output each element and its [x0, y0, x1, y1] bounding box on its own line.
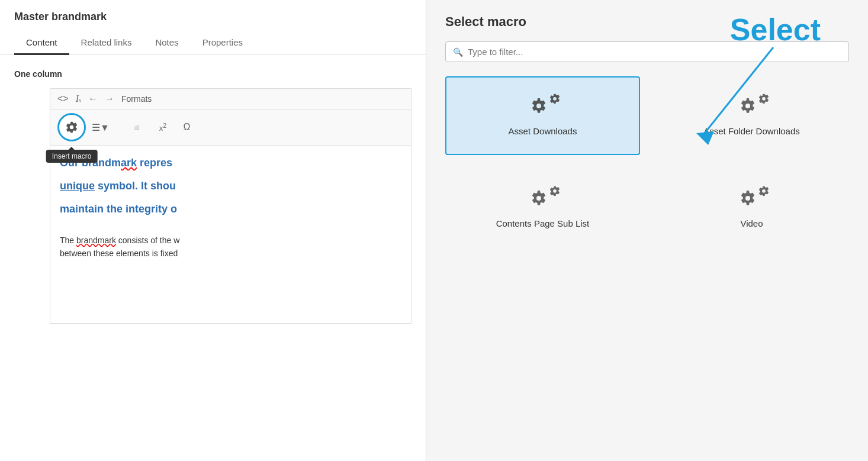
contents-page-icon	[529, 188, 557, 211]
svg-marker-1	[696, 131, 714, 145]
left-panel: Master brandmark Content Related links N…	[0, 0, 426, 461]
gear-icon-contents-page	[529, 188, 551, 208]
tab-properties[interactable]: Properties	[191, 31, 255, 55]
table-icon[interactable]: ☰▼	[92, 122, 110, 133]
editor-normal-text1: The brandmark consists of the w	[60, 234, 401, 247]
video-macro-icon	[738, 188, 766, 211]
panel-title: Master brandmark	[14, 11, 412, 23]
panel-header: Master brandmark Content Related links N…	[0, 0, 426, 55]
search-icon: 🔍	[453, 47, 463, 57]
text-brandmark-normal: brandmark	[76, 236, 116, 245]
superscript-icon[interactable]: x2	[159, 122, 167, 133]
editor-maintain-line: maintain the integrity o	[60, 201, 401, 217]
panel-content: One column Placecursor →| <> Ix ← → Form…	[0, 55, 426, 461]
redo-icon[interactable]: →	[105, 94, 114, 104]
gear-icon-video	[738, 188, 760, 208]
tab-related-links[interactable]: Related links	[69, 31, 144, 55]
text-unique: unique	[60, 180, 95, 192]
tabs-container: Content Related links Notes Properties	[14, 31, 412, 54]
asset-downloads-icon	[529, 95, 557, 119]
gear-small-icon-contents-page	[549, 185, 561, 196]
italic-clear-icon[interactable]: Ix	[76, 94, 81, 104]
editor-unique-line: unique symbol. It shou	[60, 178, 401, 194]
filter-input[interactable]	[468, 47, 841, 57]
select-arrow-icon	[667, 41, 785, 160]
monitor-icon[interactable]: ◽	[131, 122, 143, 133]
formats-label: Formats	[121, 94, 152, 104]
gear-icon-asset-downloads	[529, 95, 551, 115]
editor-text-area[interactable]: Our brandmark repres unique symbol. It s…	[50, 146, 411, 323]
editor-toolbar-row2: Insert macro ☰▼ ◽ x2 Ω	[50, 109, 411, 146]
macro-label-video: Video	[740, 218, 763, 228]
editor-area[interactable]: <> Ix ← → Formats Insert macro ☰▼	[50, 88, 412, 324]
macro-label-contents-page-sub-list: Contents Page Sub List	[496, 218, 590, 228]
svg-line-0	[702, 47, 773, 136]
insert-macro-button[interactable]	[57, 113, 86, 141]
text-ark: ark	[121, 157, 137, 169]
macro-item-asset-downloads[interactable]: Asset Downloads	[445, 76, 640, 155]
editor-toolbar-row1: <> Ix ← → Formats	[50, 89, 411, 109]
undo-icon[interactable]: ←	[88, 94, 98, 104]
gear-small-icon-video	[758, 185, 770, 196]
tab-content[interactable]: Content	[14, 31, 69, 55]
editor-normal-text2: between these elements is fixed	[60, 247, 401, 260]
gear-small-icon-asset-downloads	[549, 93, 561, 104]
tab-notes[interactable]: Notes	[143, 31, 190, 55]
text-symbol: symbol. It shou	[95, 180, 176, 192]
gear-icon-toolbar	[65, 121, 78, 134]
editor-main-text: Our brandmark repres	[60, 155, 401, 171]
macro-label-asset-downloads: Asset Downloads	[509, 126, 577, 136]
macro-item-contents-page-sub-list[interactable]: Contents Page Sub List	[445, 169, 640, 247]
macro-item-video[interactable]: Video	[654, 169, 849, 247]
omega-icon[interactable]: Ω	[183, 122, 190, 133]
macro-button-container: Insert macro	[57, 113, 86, 141]
macro-tooltip: Insert macro	[46, 150, 98, 163]
right-panel: Select macro Select 🔍 Asset Downloads	[426, 0, 868, 461]
code-view-icon[interactable]: <>	[57, 94, 69, 104]
macro-grid: Asset Downloads Asset Folder Downloads	[445, 76, 849, 247]
one-column-label: One column	[14, 69, 412, 79]
